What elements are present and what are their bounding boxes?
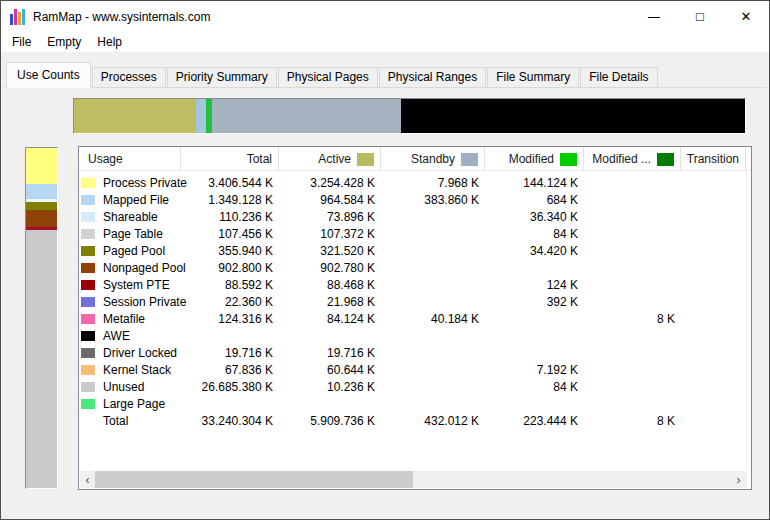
column-header-modified[interactable]: Modified ...: [584, 147, 681, 171]
total-value: 88.592 K: [181, 278, 279, 292]
mem-bar-segment-standby: [212, 99, 401, 133]
driver-locked-swatch: [81, 348, 95, 358]
usage-label: AWE: [103, 329, 130, 343]
total-value: 26.685.380 K: [181, 380, 279, 394]
active-value: 10.236 K: [279, 380, 381, 394]
standby-value: 7.968 K: [381, 176, 485, 190]
standby-value: 432.012 K: [381, 414, 485, 428]
maximize-button[interactable]: □: [677, 1, 723, 32]
process-private-swatch: [81, 178, 95, 188]
table-row-total[interactable]: Total33.240.304 K5.909.736 K432.012 K223…: [79, 412, 751, 429]
usage-label: Unused: [103, 380, 144, 394]
usage-cell: System PTE: [79, 276, 181, 293]
active-value: 964.584 K: [279, 193, 381, 207]
table-row-nonpaged-pool[interactable]: Nonpaged Pool902.800 K902.780 K: [79, 259, 751, 276]
tab-physical-ranges[interactable]: Physical Ranges: [379, 67, 486, 88]
usage-label: Metafile: [103, 312, 145, 326]
tab-file-details[interactable]: File Details: [580, 67, 657, 88]
modified-value: 34.420 K: [485, 244, 584, 258]
awe-swatch: [81, 331, 95, 341]
tab-processes[interactable]: Processes: [92, 67, 166, 88]
metafile-swatch: [81, 314, 95, 324]
usage-cell: Process Private: [79, 174, 181, 191]
menu-item-help[interactable]: Help: [89, 33, 130, 51]
modified-value: 124 K: [485, 278, 584, 292]
minimize-button[interactable]: —: [631, 1, 677, 32]
total-value: 1.349.128 K: [181, 193, 279, 207]
modified-value: 392 K: [485, 295, 584, 309]
tab-file-summary[interactable]: File Summary: [487, 67, 579, 88]
table-row-unused[interactable]: Unused26.685.380 K10.236 K84 K: [79, 378, 751, 395]
menu-bar: FileEmptyHelp: [1, 32, 769, 53]
column-header-modified[interactable]: Modified: [485, 147, 584, 171]
table-row-paged-pool[interactable]: Paged Pool355.940 K321.520 K34.420 K: [79, 242, 751, 259]
system-pte-swatch: [81, 280, 95, 290]
modified-value: 144.124 K: [485, 176, 584, 190]
horizontal-scrollbar[interactable]: ‹ ›: [80, 471, 746, 488]
column-header-standby[interactable]: Standby: [381, 147, 485, 171]
close-button[interactable]: ✕: [723, 1, 769, 32]
table-row-session-private[interactable]: Session Private22.360 K21.968 K392 K: [79, 293, 751, 310]
scroll-right-icon[interactable]: ›: [731, 471, 746, 488]
table-row-metafile[interactable]: Metafile124.316 K84.124 K40.184 K8 K: [79, 310, 751, 327]
tab-priority-summary[interactable]: Priority Summary: [167, 67, 277, 88]
total-value: 19.716 K: [181, 346, 279, 360]
usage-label: Nonpaged Pool: [103, 261, 186, 275]
tab-use-counts[interactable]: Use Counts: [6, 62, 91, 88]
session-private-swatch: [81, 297, 95, 307]
total-value: 355.940 K: [181, 244, 279, 258]
left-bar-segment-nonpaged-pool: [26, 210, 57, 227]
column-header-label: Modified: [509, 152, 554, 166]
scroll-left-icon[interactable]: ‹: [80, 471, 95, 488]
rammap-icon-bar: [18, 12, 21, 25]
table-row-awe[interactable]: AWE: [79, 327, 751, 344]
usage-label: System PTE: [103, 278, 170, 292]
window-title: RamMap - www.sysinternals.com: [33, 10, 210, 24]
menu-item-empty[interactable]: Empty: [39, 33, 89, 51]
total-value: 3.406.544 K: [181, 176, 279, 190]
column-header-total[interactable]: Total: [181, 147, 279, 171]
usage-label: Mapped File: [103, 193, 169, 207]
active-value: 73.896 K: [279, 210, 381, 224]
rammap-icon-bar: [10, 14, 13, 25]
table-row-process-private[interactable]: Process Private3.406.544 K3.254.428 K7.9…: [79, 174, 751, 191]
table-row-large-page[interactable]: Large Page: [79, 395, 751, 412]
usage-label: Page Table: [103, 227, 163, 241]
total-value: 67.836 K: [181, 363, 279, 377]
menu-item-file[interactable]: File: [4, 33, 39, 51]
paged-pool-swatch: [81, 246, 95, 256]
usage-cell: Metafile: [79, 310, 181, 327]
modified-value: 84 K: [485, 227, 584, 241]
table-row-system-pte[interactable]: System PTE88.592 K88.468 K124 K: [79, 276, 751, 293]
modified-value: 223.444 K: [485, 414, 584, 428]
active-color-swatch: [357, 153, 374, 166]
use-counts-list: UsageTotalActiveStandbyModifiedModified …: [78, 146, 752, 490]
modified-value: 7.192 K: [485, 363, 584, 377]
active-value: 88.468 K: [279, 278, 381, 292]
active-value: 3.254.428 K: [279, 176, 381, 190]
column-header-transition[interactable]: Transition: [681, 147, 746, 171]
usage-cell: Mapped File: [79, 191, 181, 208]
mem-bar-segment-active: [74, 99, 196, 133]
modified-value: 8 K: [584, 414, 681, 428]
active-value: 5.909.736 K: [279, 414, 381, 428]
column-header-label: Total: [247, 152, 272, 166]
table-row-kernel-stack[interactable]: Kernel Stack67.836 K60.644 K7.192 K: [79, 361, 751, 378]
table-row-page-table[interactable]: Page Table107.456 K107.372 K84 K: [79, 225, 751, 242]
scrollbar-thumb[interactable]: [95, 471, 413, 488]
rammap-window: RamMap - www.sysinternals.com — □ ✕ File…: [0, 0, 770, 520]
usage-cell: Shareable: [79, 208, 181, 225]
tab-physical-pages[interactable]: Physical Pages: [278, 67, 378, 88]
column-header-usage[interactable]: Usage: [79, 147, 181, 171]
table-row-driver-locked[interactable]: Driver Locked19.716 K19.716 K: [79, 344, 751, 361]
standby-color-swatch: [461, 153, 478, 166]
usage-label: Session Private: [103, 295, 186, 309]
active-value: 84.124 K: [279, 312, 381, 326]
usage-label: Total: [103, 414, 128, 428]
total-value: 124.316 K: [181, 312, 279, 326]
column-header-active[interactable]: Active: [279, 147, 381, 171]
table-row-shareable[interactable]: Shareable110.236 K73.896 K36.340 K: [79, 208, 751, 225]
total-value: 110.236 K: [181, 210, 279, 224]
mem-bar-segment-unused: [401, 99, 745, 133]
table-row-mapped-file[interactable]: Mapped File1.349.128 K964.584 K383.860 K…: [79, 191, 751, 208]
